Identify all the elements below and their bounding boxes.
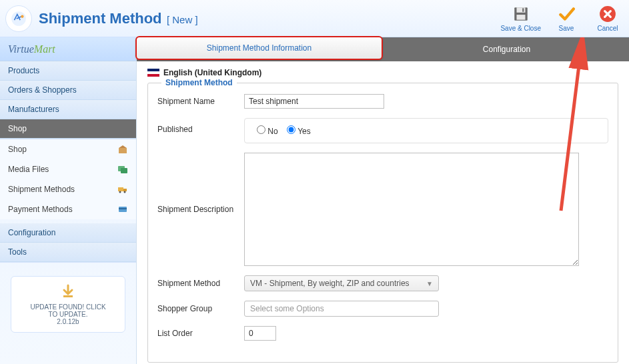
sidebar-item-configuration[interactable]: Configuration [0, 223, 136, 243]
description-textarea[interactable] [244, 153, 579, 266]
sidebar-item-orders[interactable]: Orders & Shoppers [0, 81, 136, 100]
chevron-down-icon: ▼ [426, 280, 433, 287]
shipment-name-input[interactable] [244, 94, 384, 109]
fieldset-shipment-method: Shipment Method Shipment Name Published … [147, 83, 618, 363]
sidebar-item-products[interactable]: Products [0, 61, 136, 81]
svg-rect-11 [123, 189, 127, 191]
payment-icon [117, 204, 128, 215]
svg-rect-16 [63, 295, 73, 297]
update-box[interactable]: UPDATE FOUND! CLICK TO UPDATE. 2.0.12b [11, 276, 125, 333]
page-title: Shipment Method [39, 10, 162, 27]
shopper-group-select[interactable]: Select some Options [244, 301, 439, 317]
sidebar-sub-payment[interactable]: Payment Methods [0, 199, 136, 219]
tab-shipment-info[interactable]: Shipment Method Information [135, 36, 383, 60]
download-icon [60, 283, 76, 299]
language-row: English (United Kingdom) [147, 68, 618, 77]
svg-rect-10 [118, 187, 123, 191]
shipment-method-select[interactable]: VM - Shipment, By weight, ZIP and countr… [244, 275, 439, 291]
shipment-name-label: Shipment Name [157, 97, 244, 106]
sidebar-sub-media[interactable]: Media Files [0, 159, 136, 179]
tab-configuration[interactable]: Configuration [384, 37, 629, 61]
published-label: Published [157, 118, 244, 134]
save-button[interactable]: Save [550, 5, 582, 32]
svg-point-12 [119, 191, 121, 193]
svg-rect-5 [516, 15, 525, 20]
published-yes-radio[interactable] [287, 125, 295, 134]
main: Shipment Method Information Configuratio… [137, 37, 629, 364]
svg-rect-3 [516, 7, 525, 13]
brand: VirtueMart [0, 37, 136, 61]
list-order-input[interactable] [244, 326, 276, 341]
list-order-label: List Order [157, 329, 244, 338]
toolbar: Save & Close Save Cancel [500, 5, 624, 32]
flag-uk-icon [147, 69, 159, 77]
method-label: Shipment Method [157, 279, 244, 288]
svg-rect-9 [121, 168, 127, 173]
media-icon [117, 164, 128, 175]
app-icon [5, 5, 32, 32]
save-icon [557, 5, 576, 23]
sidebar-item-tools[interactable]: Tools [0, 243, 136, 262]
published-yes-option[interactable]: Yes [287, 127, 311, 136]
published-no-radio[interactable] [257, 125, 265, 134]
published-no-option[interactable]: No [257, 127, 278, 136]
save-close-button[interactable]: Save & Close [500, 5, 541, 32]
sidebar-sub-shop[interactable]: Shop [0, 139, 136, 159]
cancel-button[interactable]: Cancel [592, 5, 624, 32]
svg-point-13 [124, 191, 126, 193]
header: Shipment Method [ New ] Save & Close Sav… [0, 0, 629, 37]
cancel-icon [598, 5, 617, 23]
sidebar: VirtueMart Products Orders & Shoppers Ma… [0, 37, 137, 364]
save-close-icon [512, 5, 530, 23]
shopper-group-label: Shopper Group [157, 304, 244, 313]
sidebar-item-shop[interactable]: Shop [0, 119, 136, 139]
svg-rect-4 [522, 8, 524, 11]
svg-rect-15 [119, 208, 127, 209]
description-label: Shipment Description [157, 205, 244, 214]
sidebar-sub-shipment[interactable]: Shipment Methods [0, 179, 136, 199]
fieldset-legend: Shipment Method [161, 78, 237, 87]
sidebar-item-manufacturers[interactable]: Manufacturers [0, 100, 136, 119]
svg-point-0 [11, 11, 26, 26]
shop-icon [117, 144, 128, 155]
truck-icon [117, 184, 128, 195]
page-subtitle: [ New ] [167, 14, 198, 25]
svg-rect-7 [119, 148, 127, 153]
svg-point-1 [21, 15, 23, 17]
tabs: Shipment Method Information Configuratio… [137, 37, 629, 61]
published-radio-group: No Yes [244, 118, 608, 143]
